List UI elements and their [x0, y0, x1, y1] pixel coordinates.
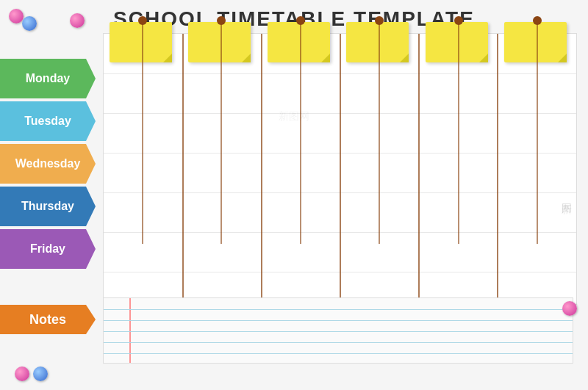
- day-monday: Monday: [0, 59, 96, 98]
- timetable-grid: [103, 33, 577, 305]
- page: SCHOOL TIMETABLE TEMPLATE: [0, 0, 588, 390]
- day-thursday: Thursday: [0, 187, 96, 226]
- sticky-note-2: [188, 22, 251, 62]
- v-divider-4: [418, 34, 420, 304]
- v-divider-1: [182, 34, 184, 304]
- sticky-pin-3: [296, 16, 305, 25]
- pin-decoration-pink-top: [9, 9, 24, 24]
- sticky-tab-5: [426, 22, 492, 62]
- sticky-note-3: [268, 22, 330, 62]
- days-container: Monday Tuesday Wednesday Thursday Friday: [0, 59, 103, 272]
- pin-decoration-blue-top: [22, 16, 37, 31]
- notes-line-5: [104, 353, 573, 354]
- sticky-tab-1: [110, 22, 176, 62]
- v-divider-5: [497, 34, 498, 304]
- notes-label: Notes: [0, 305, 96, 334]
- sticky-pin-4: [375, 16, 384, 25]
- notes-line-4: [104, 342, 573, 343]
- v-divider-2: [261, 34, 262, 304]
- sticky-pin-2: [217, 16, 226, 25]
- notes-line-2: [104, 320, 573, 321]
- pin-bottom-blue: [33, 366, 48, 381]
- sticky-note-6: [504, 22, 567, 62]
- pin-bottom-pink: [15, 366, 29, 381]
- sticky-pin-1: [138, 16, 147, 25]
- watermark-center: 新图网: [279, 110, 309, 123]
- notes-paper[interactable]: [103, 297, 573, 364]
- sticky-tabs-container: [103, 22, 577, 62]
- sticky-pin-6: [533, 16, 542, 25]
- pin-decoration-top-center: [70, 13, 85, 28]
- sticky-pin-5: [454, 16, 463, 25]
- sticky-tab-6: [504, 22, 570, 62]
- sticky-note-5: [426, 22, 488, 62]
- sticky-tab-3: [268, 22, 334, 62]
- notes-line-3: [104, 331, 573, 332]
- sticky-note-1: [110, 22, 172, 62]
- notes-line-1: [104, 309, 573, 310]
- day-wednesday: Wednesday: [0, 144, 96, 184]
- sticky-tab-4: [346, 22, 412, 62]
- v-divider-3: [340, 34, 341, 304]
- day-tuesday: Tuesday: [0, 101, 96, 141]
- pin-notes-right: [562, 301, 577, 316]
- day-friday: Friday: [0, 229, 96, 269]
- sticky-note-4: [346, 22, 409, 62]
- sticky-tab-2: [188, 22, 254, 62]
